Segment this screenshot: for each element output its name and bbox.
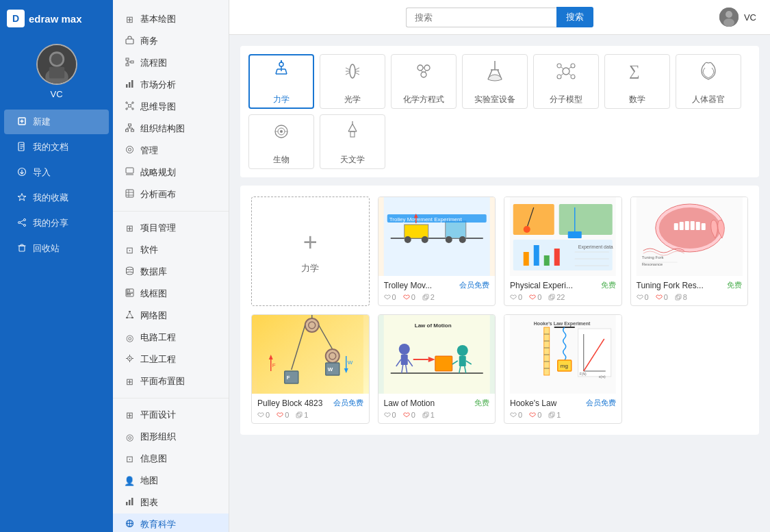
svg-rect-167	[690, 221, 694, 230]
sidebar-item-software[interactable]: ⊡ 软件	[113, 239, 229, 261]
anatomy-cat-icon	[695, 58, 722, 90]
template-card-tuning[interactable]: Tuning Fork Resonance Tuning Fork Res...…	[630, 197, 749, 306]
analysis-label: 分析画布	[140, 188, 176, 201]
motion-stats: 0 0 1	[384, 411, 490, 419]
cat-biology[interactable]: 生物	[248, 114, 314, 169]
nav-new[interactable]: 新建	[4, 110, 109, 134]
cat-astronomy[interactable]: 天文学	[320, 114, 385, 169]
nav-share[interactable]: 我的分享	[4, 211, 109, 236]
svg-line-90	[285, 69, 287, 74]
svg-line-39	[131, 107, 132, 108]
search-button[interactable]: 搜索	[556, 7, 593, 27]
svg-line-38	[127, 107, 129, 108]
sidebar-item-analysis[interactable]: 分析画布	[113, 183, 229, 205]
sidebar-item-project[interactable]: ⊞ 项目管理	[113, 217, 229, 239]
map-icon: 👤	[124, 476, 135, 486]
svg-point-135	[445, 236, 452, 243]
sidebar-item-chart[interactable]: 图表	[113, 492, 229, 514]
sidebar-item-map[interactable]: 👤 地图	[113, 470, 229, 492]
search-input[interactable]	[406, 8, 556, 27]
svg-rect-207	[435, 356, 452, 371]
nav-favorites[interactable]: 我的收藏	[4, 186, 109, 210]
cat-math[interactable]: ∑ 数学	[604, 54, 670, 109]
sidebar-item-industrial[interactable]: 工业工程	[113, 349, 229, 370]
sidebar-item-mindmap[interactable]: 思维导图	[113, 96, 229, 118]
cat-molecule[interactable]: 分子模型	[533, 54, 599, 109]
sidebar-item-graphic[interactable]: ◎ 图形组织	[113, 426, 229, 448]
svg-rect-174	[677, 294, 681, 299]
astronomy-cat-label: 天文学	[340, 154, 365, 166]
app-name: edraw max	[29, 13, 82, 25]
svg-text:F: F	[272, 362, 276, 368]
nav-trash-label: 回收站	[33, 242, 60, 255]
svg-point-177	[305, 318, 319, 332]
svg-rect-30	[131, 80, 133, 88]
sidebar-item-network[interactable]: 网络图	[113, 305, 229, 327]
gray-section-3: ⊞ 平面设计 ◎ 图形组织 ⊡ 信息图 👤 地图 图表 教育科学	[113, 398, 229, 532]
sidebar-item-info[interactable]: ⊡ 信息图	[113, 448, 229, 470]
template-card-pulley[interactable]: W F F W	[251, 314, 370, 424]
math-cat-icon: ∑	[624, 58, 651, 90]
cat-chemistry[interactable]: 化学方程式	[391, 54, 457, 109]
svg-line-125	[348, 124, 352, 131]
cat-physics[interactable]: 力学	[248, 54, 314, 109]
sidebar-item-floorplan[interactable]: ⊞ 平面布置图	[113, 370, 229, 392]
industrial-label: 工业工程	[140, 353, 176, 366]
sidebar-item-database[interactable]: 数据库	[113, 261, 229, 283]
svg-rect-166	[684, 221, 689, 230]
svg-line-114	[561, 67, 563, 69]
svg-rect-195	[298, 412, 302, 416]
svg-point-148	[524, 226, 530, 233]
sidebar-item-management[interactable]: 管理	[113, 140, 229, 162]
trolley-thumb: Trolley Movement Experiment	[378, 197, 496, 276]
add-template-card[interactable]: + 力学	[251, 197, 370, 306]
pulley-title: Pulley Block 4823	[257, 398, 322, 408]
analysis-icon	[124, 189, 135, 200]
sidebar-item-market[interactable]: 市场分析	[113, 74, 229, 96]
cat-lab[interactable]: 实验室设备	[462, 54, 528, 109]
strategy-label: 战略规划	[140, 166, 176, 179]
mindmap-icon	[124, 101, 135, 112]
svg-line-93	[346, 68, 350, 70]
nav-my-docs[interactable]: 我的文档	[4, 135, 109, 160]
add-label: 力学	[301, 262, 319, 275]
sidebar-item-strategy[interactable]: 战略规划	[113, 162, 229, 183]
graphic-icon: ◎	[124, 432, 135, 442]
user-avatar-small	[719, 8, 739, 27]
physics-cat-label: 力学	[273, 94, 290, 105]
sidebar-item-education[interactable]: 教育科学	[113, 514, 229, 532]
sidebar-item-business[interactable]: 商务	[113, 30, 229, 52]
svg-line-98	[355, 73, 359, 75]
content-area: 力学 光学	[229, 35, 770, 532]
motion-badge: 免费	[474, 398, 489, 408]
template-card-trolley[interactable]: Trolley Movement Experiment Trolley Mov.…	[378, 197, 496, 306]
sidebar-item-design[interactable]: ⊞ 平面设计	[113, 404, 229, 426]
database-label: 数据库	[140, 266, 167, 278]
cat-anatomy[interactable]: 人体器官	[676, 54, 741, 109]
svg-text:F: F	[287, 375, 290, 381]
education-label: 教育科学	[140, 518, 176, 531]
sidebar-item-org[interactable]: 组织结构图	[113, 118, 229, 140]
sidebar-item-circuit[interactable]: ◎ 电路工程	[113, 327, 229, 349]
nav-trash[interactable]: 回收站	[4, 236, 109, 261]
svg-point-110	[557, 64, 561, 68]
sidebar-item-wireframe[interactable]: 线框图	[113, 283, 229, 305]
industrial-icon	[124, 354, 135, 365]
nav-import[interactable]: 导入	[4, 160, 109, 185]
sidebar-item-basic[interactable]: ⊞ 基本绘图	[113, 8, 229, 30]
svg-rect-154	[554, 249, 560, 266]
info-label: 信息图	[140, 453, 167, 465]
lab-cat-icon	[481, 58, 509, 90]
hooke-info: Hooke's Law 会员免费 0 0	[504, 394, 621, 423]
template-card-motion[interactable]: Law of Motion	[378, 314, 496, 424]
sidebar-blue: D edraw max VC 新建 我的文档	[0, 0, 113, 532]
org-icon	[124, 123, 135, 134]
cat-optics[interactable]: 光学	[320, 54, 385, 109]
sidebar-item-flowchart[interactable]: 流程图	[113, 52, 229, 74]
template-card-physical[interactable]: Experiment data Physical Experi... 免费	[504, 197, 622, 306]
svg-point-99	[418, 65, 423, 71]
share-icon	[16, 218, 27, 229]
svg-line-117	[569, 74, 571, 76]
svg-rect-60	[127, 290, 129, 292]
template-card-hooke[interactable]: Hooke's Law Experiment mg	[504, 314, 622, 424]
